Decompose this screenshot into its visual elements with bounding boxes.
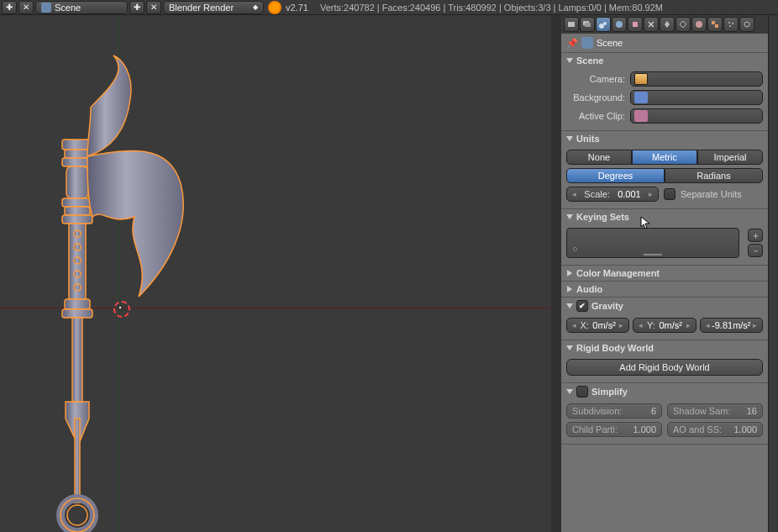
tab-texture-icon[interactable] (707, 17, 723, 32)
scene-icon (41, 3, 51, 13)
gravity-checkbox[interactable] (576, 300, 588, 312)
unit-metric-button[interactable]: Metric (632, 150, 697, 165)
disclosure-icon (566, 303, 573, 308)
close-editor-button[interactable]: ✕ (18, 1, 34, 14)
render-engine-select[interactable]: Blender Render ◆ (163, 1, 264, 14)
scene-stats: Verts:240782 | Faces:240496 | Tris:48099… (320, 3, 776, 13)
svg-rect-15 (72, 318, 82, 402)
add-editor-button[interactable]: ✚ (2, 1, 17, 14)
panel-simplify-header[interactable]: Simplify (561, 383, 768, 400)
svg-point-12 (74, 284, 81, 291)
scale-value: 0.001 (618, 189, 641, 199)
svg-rect-26 (633, 22, 638, 27)
chevron-left-icon: ◂ (572, 190, 576, 198)
tab-constraints-icon[interactable] (644, 17, 659, 32)
panel-scene-title: Scene (576, 55, 603, 66)
keying-sets-listbox[interactable]: ○ (566, 228, 739, 258)
panel-gravity: Gravity ◂X:0m/s²▸ ◂Y:0m/s²▸ ◂-9.81m/s²▸ (561, 298, 768, 340)
context-title: Scene (597, 38, 623, 48)
panel-keying-header[interactable]: Keying Sets (561, 209, 768, 224)
svg-rect-29 (715, 24, 718, 28)
tab-particles-icon[interactable] (723, 17, 739, 32)
panel-keying-title: Keying Sets (576, 212, 629, 222)
gravity-y-field[interactable]: ◂Y:0m/s²▸ (633, 318, 696, 333)
camera-field[interactable] (630, 71, 763, 87)
subdivision-field[interactable]: Subdivision:6 (566, 403, 662, 419)
tab-modifiers-icon[interactable] (660, 17, 675, 32)
svg-rect-4 (62, 198, 92, 207)
tab-renderlayers-icon[interactable] (580, 17, 595, 32)
keying-add-button[interactable]: ＋ (748, 229, 763, 242)
panel-audio-title: Audio (576, 284, 602, 294)
disclosure-icon (566, 136, 573, 141)
dropdown-icon: ◆ (253, 3, 258, 11)
ao-sss-field[interactable]: AO and SS:1.000 (667, 422, 763, 437)
keying-remove-button[interactable]: － (748, 244, 763, 257)
panel-audio-header[interactable]: Audio (561, 282, 768, 297)
viewport-scrollbar[interactable] (551, 15, 561, 532)
svg-point-24 (603, 22, 607, 25)
gravity-x-field[interactable]: ◂X:0m/s²▸ (566, 318, 629, 333)
unit-degrees-button[interactable]: Degrees (566, 168, 665, 183)
gravity-z-field[interactable]: ◂-9.81m/s²▸ (700, 318, 763, 333)
scene-remove-button[interactable]: ✕ (146, 1, 161, 14)
background-label: Background: (566, 92, 625, 103)
panel-gravity-header[interactable]: Gravity (561, 298, 768, 314)
axe-mesh (50, 49, 218, 532)
panel-rigidbody-header[interactable]: Rigid Body World (561, 340, 768, 356)
tab-scene-icon[interactable] (596, 17, 611, 32)
unit-scale-field[interactable]: ◂ Scale: 0.001 ▸ (566, 187, 659, 202)
scene-datablock-select[interactable]: Scene (35, 1, 128, 14)
svg-point-10 (74, 257, 81, 264)
simplify-checkbox[interactable] (576, 386, 588, 398)
scene-add-button[interactable]: ✚ (129, 1, 145, 14)
svg-rect-3 (66, 166, 88, 198)
panel-units-header[interactable]: Units (561, 131, 768, 146)
tab-object-icon[interactable] (628, 17, 643, 32)
svg-point-18 (60, 498, 94, 532)
unit-system-row: None Metric Imperial (566, 150, 763, 165)
panel-scene-header[interactable]: Scene (561, 53, 768, 68)
3d-viewport[interactable] (0, 15, 551, 532)
pin-icon[interactable]: 📌 (566, 38, 578, 49)
separate-units-checkbox[interactable] (664, 188, 675, 200)
panel-simplify-title: Simplify (591, 387, 628, 397)
unit-radians-button[interactable]: Radians (665, 168, 763, 183)
list-resize-grip[interactable] (644, 254, 662, 255)
scene-icon (581, 37, 593, 49)
svg-rect-22 (585, 23, 591, 27)
main-layout: 📌 Scene Scene Camera: Background: Active… (0, 15, 778, 532)
top-header: ✚ ✕ Scene ✚ ✕ Blender Render ◆ v2.71 Ver… (0, 0, 778, 15)
svg-point-25 (616, 21, 623, 28)
svg-rect-5 (65, 207, 90, 215)
child-particles-field[interactable]: Child Parti:1.000 (566, 422, 662, 437)
tab-world-icon[interactable] (612, 17, 627, 32)
disclosure-icon (566, 345, 573, 350)
tab-render-icon[interactable] (564, 17, 579, 32)
panel-units: Units None Metric Imperial Degrees Radia… (561, 131, 768, 209)
panel-gravity-title: Gravity (591, 301, 623, 311)
add-rigidbody-button[interactable]: Add Rigid Body World (566, 359, 763, 376)
tab-data-icon[interactable] (675, 17, 691, 32)
tab-physics-icon[interactable] (739, 17, 754, 32)
unit-imperial-button[interactable]: Imperial (697, 150, 763, 165)
svg-rect-28 (712, 21, 715, 24)
svg-point-30 (728, 22, 730, 24)
activeclip-field[interactable] (630, 108, 763, 124)
blender-logo-icon (268, 1, 281, 14)
background-field[interactable] (630, 90, 763, 105)
svg-point-11 (74, 271, 81, 277)
world-datablock-icon (634, 92, 648, 103)
svg-rect-16 (75, 419, 80, 503)
panel-color-header[interactable]: Color Management (561, 266, 768, 281)
shadow-samples-field[interactable]: Shadow Sam:16 (667, 403, 763, 419)
svg-point-9 (74, 244, 81, 250)
properties-scrollbar[interactable] (768, 15, 778, 532)
svg-point-32 (729, 25, 731, 27)
context-header: 📌 Scene (561, 34, 768, 53)
tab-material-icon[interactable] (691, 17, 707, 32)
svg-point-23 (599, 24, 604, 29)
unit-none-button[interactable]: None (566, 150, 632, 165)
separate-units-label: Separate Units (681, 189, 742, 199)
scene-select-label: Scene (55, 3, 81, 13)
